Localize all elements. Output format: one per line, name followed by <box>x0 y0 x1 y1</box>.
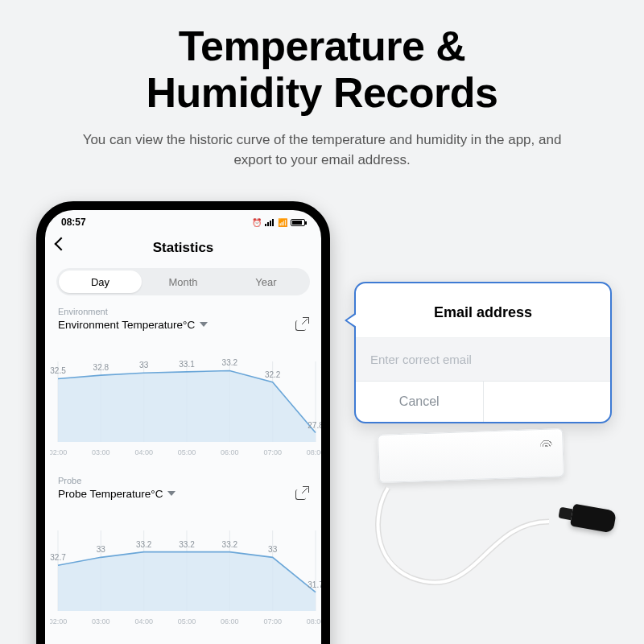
svg-text:03:00: 03:00 <box>92 448 110 456</box>
svg-text:32.5: 32.5 <box>50 366 66 375</box>
hero-title: Temperature & Humidity Records <box>0 0 644 116</box>
svg-text:04:00: 04:00 <box>134 617 153 625</box>
svg-text:05:00: 05:00 <box>178 448 196 456</box>
tab-month[interactable]: Month <box>142 270 225 293</box>
svg-text:33.1: 33.1 <box>179 360 195 369</box>
svg-text:08:00: 08:00 <box>307 448 324 456</box>
svg-text:31.7: 31.7 <box>308 580 324 589</box>
sensor-cable-illustration <box>364 473 605 610</box>
probe-temperature-chart: 32.73333.233.233.23331.702:0003:0004:000… <box>50 508 324 629</box>
back-icon[interactable] <box>55 237 68 251</box>
export-icon[interactable] <box>295 487 308 500</box>
cancel-button[interactable]: Cancel <box>356 382 483 422</box>
status-bar: 08:57 ⏰ 📶 <box>45 210 321 234</box>
svg-text:33.2: 33.2 <box>179 540 195 549</box>
export-icon[interactable] <box>295 318 308 331</box>
svg-text:07:00: 07:00 <box>263 448 282 456</box>
alarm-icon: ⏰ <box>252 218 262 227</box>
svg-text:02:00: 02:00 <box>50 448 67 456</box>
env-group-label: Environment <box>58 307 308 316</box>
svg-text:33: 33 <box>268 545 278 554</box>
battery-icon <box>291 219 305 226</box>
status-clock: 08:57 <box>61 217 86 228</box>
wifi-icon: 📶 <box>278 218 287 227</box>
svg-text:02:00: 02:00 <box>50 617 67 625</box>
svg-text:05:00: 05:00 <box>178 617 196 625</box>
svg-text:06:00: 06:00 <box>221 448 239 456</box>
probe-metric-row[interactable]: Probe Temperature°C <box>58 487 308 500</box>
svg-text:33: 33 <box>97 545 106 554</box>
env-metric-row[interactable]: Environment Temperature°C <box>58 318 308 331</box>
env-temperature-chart: 32.532.83333.133.232.227.802:0003:0004:0… <box>50 339 324 460</box>
confirm-button[interactable] <box>483 382 611 422</box>
range-segmented-control[interactable]: Day Month Year <box>56 268 310 295</box>
svg-text:08:00: 08:00 <box>307 617 324 625</box>
dialog-title: Email address <box>356 283 610 337</box>
svg-text:06:00: 06:00 <box>221 617 239 625</box>
svg-text:03:00: 03:00 <box>92 617 110 625</box>
svg-text:32.7: 32.7 <box>50 553 66 562</box>
svg-text:33.2: 33.2 <box>222 358 238 367</box>
chevron-down-icon <box>200 322 208 327</box>
env-metric-label: Environment Temperature°C <box>58 319 195 331</box>
sensor-hub-illustration <box>378 428 564 483</box>
svg-text:32.2: 32.2 <box>265 370 281 379</box>
hero-title-line1: Temperature & <box>179 23 466 69</box>
svg-text:07:00: 07:00 <box>263 617 282 625</box>
signal-icon <box>265 219 275 226</box>
chevron-down-icon <box>167 491 175 496</box>
status-icons: ⏰ 📶 <box>252 218 305 227</box>
probe-metric-label: Probe Temperature°C <box>58 488 163 500</box>
email-input[interactable]: Enter correct email <box>356 337 610 381</box>
svg-text:33.2: 33.2 <box>136 540 152 549</box>
email-export-dialog: Email address Enter correct email Cancel <box>354 282 612 423</box>
hero-title-line2: Humidity Records <box>147 69 498 116</box>
svg-text:04:00: 04:00 <box>134 448 153 456</box>
svg-text:32.8: 32.8 <box>93 363 109 372</box>
sensor-probe-illustration <box>570 504 617 534</box>
svg-text:33: 33 <box>139 361 149 369</box>
page-title: Statistics <box>153 240 214 256</box>
title-bar: Statistics <box>45 234 321 262</box>
svg-text:27.8: 27.8 <box>308 421 324 430</box>
tab-day[interactable]: Day <box>59 270 142 293</box>
svg-text:33.2: 33.2 <box>222 540 238 549</box>
hero-subtitle: You can view the historic curve of the t… <box>64 130 580 170</box>
probe-group-label: Probe <box>58 476 308 485</box>
tab-year[interactable]: Year <box>225 270 308 293</box>
phone-mockup: 08:57 ⏰ 📶 Statistics Day Month Year Envi… <box>36 201 330 644</box>
